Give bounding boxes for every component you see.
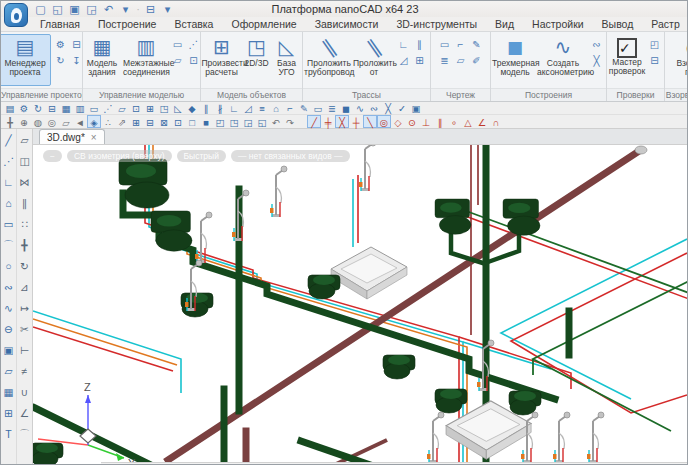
tb-ugo-base[interactable]: ◺ <box>171 102 185 114</box>
tb-project-manager[interactable]: ▤ <box>3 102 17 114</box>
viewport-view-control[interactable]: СВ изометрия (вверху) <box>67 150 172 162</box>
create-axonometry-button[interactable]: ∿ Создать аксонометрию <box>539 34 587 86</box>
view-sw-iso-icon[interactable]: ◰ <box>213 115 227 128</box>
wipeout-tool-icon[interactable]: ▱ <box>1 361 16 382</box>
tb-axonometry-cut[interactable]: ╳ <box>381 102 395 114</box>
construction-line-tool-icon[interactable]: ⋰ <box>1 151 16 172</box>
mtext-tool-icon[interactable]: T <box>1 424 16 445</box>
midpoint-snap-icon[interactable]: ╪ <box>321 115 335 128</box>
explode-plan-button[interactable]: ◉ Взорвать план <box>673 34 688 86</box>
tracking-snap-icon[interactable]: △ <box>461 115 475 128</box>
drawing-pen-icon[interactable]: ✎ <box>469 36 484 51</box>
trim-tool-icon[interactable]: ✂ <box>17 319 32 340</box>
tab-vstavka[interactable]: Вставка <box>165 17 222 31</box>
join-tool-icon[interactable]: ∪ <box>17 382 32 403</box>
zoom-icon[interactable]: ⊕ <box>17 115 31 128</box>
tb-3d-model[interactable]: ◼ <box>339 102 353 114</box>
interfloor-connections-button[interactable]: ▥ Межэтажные соединения <box>124 34 168 86</box>
view-left-icon[interactable]: ⊠ <box>157 115 171 128</box>
fly-icon[interactable]: ⇗ <box>115 115 129 128</box>
spline-tool-icon[interactable]: ∿ <box>1 298 16 319</box>
offset-tool-icon[interactable]: ∥ <box>17 193 32 214</box>
drawing-edit-icon[interactable]: ✐ <box>469 52 484 67</box>
project-update-icon[interactable]: ↻ <box>53 52 68 67</box>
ellipse-tool-icon[interactable]: ⊖ <box>1 319 16 340</box>
scale-tool-icon[interactable]: ⊿ <box>17 277 32 298</box>
drawing-canvas[interactable]: −СВ изометрия (вверху)Быстрый— нет связа… <box>33 145 688 465</box>
drawing-tag-icon[interactable]: ▱ <box>453 52 468 67</box>
nearest-snap-icon[interactable]: ╲ <box>363 115 377 128</box>
drawing-note-icon[interactable]: ≣ <box>437 52 452 67</box>
view-bottom-icon[interactable]: ⊟ <box>143 115 157 128</box>
tb-pipe-riser[interactable]: ≡ <box>255 102 269 114</box>
tab-vyvod[interactable]: Вывод <box>593 17 643 31</box>
tb-pipe-grid[interactable]: ⌂ <box>269 102 283 114</box>
polygon-tool-icon[interactable]: ⌂ <box>1 193 16 214</box>
tb-pipe-fitting[interactable]: ◿ <box>241 102 255 114</box>
intersection-snap-icon[interactable]: ╳ <box>335 115 349 128</box>
rectangle-tool-icon[interactable]: ▭ <box>1 214 16 235</box>
table-tool-icon[interactable]: ⊞ <box>1 403 16 424</box>
pipe-grid-icon[interactable]: ⊞ <box>412 52 427 67</box>
tb-building-model[interactable]: ▦ <box>59 102 73 114</box>
drawing-plan-icon[interactable]: ▭ <box>437 36 452 51</box>
line-tool-icon[interactable]: ╱ <box>1 130 16 151</box>
tab-nastroyki[interactable]: Настройки <box>523 17 593 31</box>
app-menu-logo-button[interactable] <box>4 3 28 27</box>
look-icon[interactable]: ◄ <box>73 115 87 128</box>
erase-tool-icon[interactable]: ▱ <box>17 130 32 151</box>
axonometry-cut-icon[interactable]: ╳ <box>589 52 604 67</box>
mirror-tool-icon[interactable]: ⋈ <box>17 172 32 193</box>
stretch-tool-icon[interactable]: ↦ <box>17 298 32 319</box>
2d3d-button[interactable]: ◳ 2D/3D <box>243 34 271 86</box>
pipe-elbow-icon[interactable]: ∟ <box>396 36 411 51</box>
view-ne-iso-icon[interactable]: ◲ <box>241 115 255 128</box>
checks-open-icon[interactable]: ◰ <box>647 36 662 51</box>
floor-outline-icon[interactable]: ▭ <box>170 36 185 51</box>
free-orbit-icon[interactable]: ◎ <box>45 115 59 128</box>
tb-drawing-leader[interactable]: ⌐ <box>283 102 297 114</box>
ugo-base-button[interactable]: ◺ База УГО <box>273 34 301 86</box>
tab-postroenie[interactable]: Построение <box>89 17 165 31</box>
array-tool-icon[interactable]: ∷ <box>17 214 32 235</box>
tb-model-frame[interactable]: ▱ <box>115 102 129 114</box>
tb-create-axonometry[interactable]: ∿ <box>353 102 367 114</box>
extend-tool-icon[interactable]: ⊢ <box>17 340 32 361</box>
tb-model-target[interactable]: ⊡ <box>129 102 143 114</box>
view-front-icon[interactable]: □ <box>185 115 199 128</box>
calculate-button[interactable]: ⊞ Произвести расчеты <box>203 34 241 86</box>
tab-zavisimosti[interactable]: Зависимости <box>306 17 388 31</box>
isometric-view-icon[interactable]: ◈ <box>87 115 101 128</box>
parallel-snap-icon[interactable]: ∥ <box>433 115 447 128</box>
pipe-black-icon[interactable]: ◿ <box>396 52 411 67</box>
point-snap-icon[interactable]: ∘ <box>447 115 461 128</box>
document-close-icon[interactable]: × <box>91 132 97 143</box>
circle-tool-icon[interactable]: ○ <box>1 256 16 277</box>
angle-snap-icon[interactable]: ∠ <box>475 115 489 128</box>
lay-pipeline-button[interactable]: ∥ Проложить трубопровод <box>306 34 352 86</box>
arc-tool-icon[interactable]: ⌒ <box>1 235 16 256</box>
tb-project-database[interactable]: ⊟ <box>45 102 59 114</box>
tab-rastr[interactable]: Растр <box>642 17 688 31</box>
view-undo-icon[interactable]: ↶ <box>269 115 283 128</box>
polyline-tool-icon[interactable]: ∟ <box>1 172 16 193</box>
endpoint-snap-icon[interactable]: ╱ <box>307 115 321 128</box>
center-snap-icon[interactable]: ◎ <box>377 115 391 128</box>
viewport-collapse-control[interactable]: − <box>43 150 62 162</box>
break-tool-icon[interactable]: ≠ <box>17 361 32 382</box>
tb-interfloor-connections[interactable]: ▥ <box>73 102 87 114</box>
node-snap-icon[interactable]: ⊙ <box>405 115 419 128</box>
tab-glavnaya[interactable]: Главная <box>31 17 89 31</box>
check-master-button[interactable]: ✓ Мастер проверок <box>609 34 645 86</box>
tb-lay-pipeline-from[interactable]: ∦ <box>213 102 227 114</box>
viewport-visual-style-control[interactable]: Быстрый <box>177 150 226 162</box>
document-tab[interactable]: 3D.dwg* × <box>39 129 105 144</box>
copy-tool-icon[interactable]: ◫ <box>17 151 32 172</box>
move-tool-icon[interactable]: ╋ <box>17 235 32 256</box>
viewport-linked-views-control[interactable]: — нет связанных видов — <box>231 150 350 162</box>
insert-block-tool-icon[interactable]: ▣ <box>1 340 16 361</box>
raster-image-tool-icon[interactable]: ▦ <box>1 382 16 403</box>
building-model-button[interactable]: ▦ Модель здания <box>82 34 122 86</box>
tb-check-db[interactable]: ▣ <box>409 102 423 114</box>
tb-pipe-elbow[interactable]: ∟ <box>227 102 241 114</box>
